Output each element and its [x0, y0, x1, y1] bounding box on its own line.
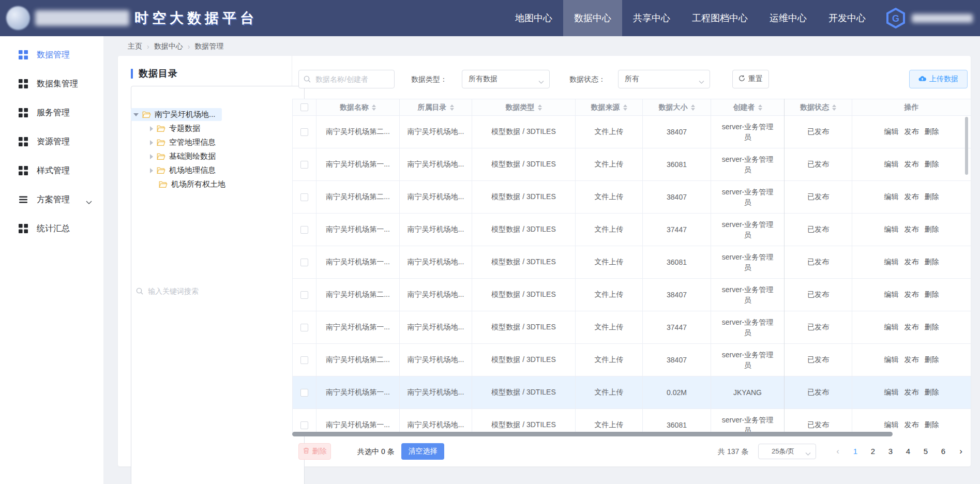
nav-item-data-center[interactable]: 数据中心	[563, 0, 622, 36]
action-publish[interactable]: 发布	[904, 225, 919, 234]
redacted-username[interactable]	[912, 14, 973, 23]
platform-logo-icon[interactable]: G	[886, 8, 906, 28]
tree-collapse-caret[interactable]	[150, 126, 153, 131]
tree-node[interactable]: 基础测绘数据	[128, 149, 287, 163]
tree-node[interactable]: 南宁吴圩机场地...	[128, 108, 287, 122]
action-delete[interactable]: 删除	[925, 388, 939, 397]
status-select[interactable]: 所有	[618, 70, 710, 88]
column-header-name[interactable]: 数据名称	[316, 99, 400, 116]
row-checkbox[interactable]	[300, 324, 308, 331]
sidebar-item-dataset-management[interactable]: 数据集管理	[0, 69, 103, 98]
action-edit[interactable]: 编辑	[884, 355, 899, 365]
row-checkbox[interactable]	[300, 291, 308, 299]
tree-node[interactable]: 机场地理信息	[128, 163, 287, 177]
action-delete[interactable]: 删除	[925, 420, 939, 430]
breadcrumb-item-0[interactable]: 主页	[128, 42, 142, 51]
page-size-select[interactable]: 25条/页	[758, 444, 816, 459]
vertical-scrollbar[interactable]	[965, 117, 968, 175]
horizontal-scrollbar[interactable]	[292, 432, 893, 436]
action-edit[interactable]: 编辑	[884, 323, 899, 332]
action-delete[interactable]: 删除	[925, 290, 939, 299]
column-header-source[interactable]: 数据来源	[576, 99, 643, 116]
action-edit[interactable]: 编辑	[884, 258, 899, 267]
action-publish[interactable]: 发布	[904, 290, 919, 299]
action-edit[interactable]: 编辑	[884, 290, 899, 299]
sort-icon[interactable]	[372, 104, 376, 111]
tree-node[interactable]: 空管地理信息	[128, 135, 287, 149]
action-delete[interactable]: 删除	[925, 258, 939, 267]
action-delete[interactable]: 删除	[925, 323, 939, 332]
sort-icon[interactable]	[691, 104, 695, 111]
sort-icon[interactable]	[623, 104, 627, 111]
table-row[interactable]: 南宁吴圩机场第一...南宁吴圩机场地...模型数据 / 3DTILES文件上传0…	[293, 376, 971, 409]
table-row[interactable]: 南宁吴圩机场第二...南宁吴圩机场地...模型数据 / 3DTILES文件上传3…	[293, 181, 971, 214]
action-edit[interactable]: 编辑	[884, 192, 899, 202]
action-delete[interactable]: 删除	[925, 192, 939, 202]
action-publish[interactable]: 发布	[904, 388, 919, 397]
action-edit[interactable]: 编辑	[884, 127, 899, 137]
action-delete[interactable]: 删除	[925, 355, 939, 365]
sidebar-item-data-management[interactable]: 数据管理	[0, 40, 103, 69]
table-row[interactable]: 南宁吴圩机场第二...南宁吴圩机场地...模型数据 / 3DTILES文件上传3…	[293, 116, 971, 148]
row-checkbox[interactable]	[300, 356, 308, 364]
row-checkbox[interactable]	[300, 389, 308, 397]
sort-icon[interactable]	[758, 104, 762, 111]
table-row[interactable]: 南宁吴圩机场第一...南宁吴圩机场地...模型数据 / 3DTILES文件上传3…	[293, 148, 971, 181]
upload-data-button[interactable]: 上传数据	[909, 70, 968, 88]
page-1[interactable]: 1	[849, 443, 862, 460]
breadcrumb-item-1[interactable]: 数据中心	[154, 42, 183, 51]
tree-collapse-caret[interactable]	[150, 154, 153, 159]
sort-icon[interactable]	[538, 104, 542, 111]
table-row[interactable]: 南宁吴圩机场第二...南宁吴圩机场地...模型数据 / 3DTILES文件上传3…	[293, 279, 971, 311]
row-checkbox[interactable]	[300, 421, 308, 429]
action-edit[interactable]: 编辑	[884, 225, 899, 234]
action-edit[interactable]: 编辑	[884, 160, 899, 169]
table-row[interactable]: 南宁吴圩机场第一...南宁吴圩机场地...模型数据 / 3DTILES文件上传3…	[293, 246, 971, 279]
action-publish[interactable]: 发布	[904, 192, 919, 202]
table-row[interactable]: 南宁吴圩机场第一...南宁吴圩机场地...模型数据 / 3DTILES文件上传3…	[293, 311, 971, 344]
sidebar-item-plan-management[interactable]: 方案管理	[0, 185, 103, 214]
nav-item-map-center[interactable]: 地图中心	[504, 0, 563, 36]
row-checkbox[interactable]	[300, 161, 308, 169]
sidebar-item-resource-management[interactable]: 资源管理	[0, 127, 103, 156]
action-edit[interactable]: 编辑	[884, 420, 899, 430]
action-publish[interactable]: 发布	[904, 323, 919, 332]
column-header-creator[interactable]: 创建者	[711, 99, 785, 116]
row-checkbox[interactable]	[300, 259, 308, 266]
delete-selected-button[interactable]: 删除	[298, 443, 331, 460]
sort-icon[interactable]	[832, 104, 836, 111]
sidebar-item-style-management[interactable]: 样式管理	[0, 156, 103, 185]
page-4[interactable]: 4	[901, 443, 915, 460]
table-search-input[interactable]	[298, 70, 395, 88]
nav-item-dev-center[interactable]: 开发中心	[818, 0, 877, 36]
column-header-size[interactable]: 数据大小	[643, 99, 711, 116]
sort-icon[interactable]	[450, 104, 454, 111]
sidebar-item-statistics-summary[interactable]: 统计汇总	[0, 214, 103, 243]
column-header-catalog[interactable]: 所属目录	[400, 99, 472, 116]
table-row[interactable]: 南宁吴圩机场第一...南宁吴圩机场地...模型数据 / 3DTILES文件上传3…	[293, 409, 971, 432]
nav-item-share-center[interactable]: 共享中心	[622, 0, 681, 36]
select-all-checkbox[interactable]	[300, 103, 308, 111]
reset-button[interactable]: 重置	[732, 70, 769, 88]
page-3[interactable]: 3	[884, 443, 897, 460]
column-header-status[interactable]: 数据状态	[785, 99, 852, 116]
action-publish[interactable]: 发布	[904, 127, 919, 137]
next-page-button[interactable]: ›	[954, 443, 968, 460]
table-row[interactable]: 南宁吴圩机场第二...南宁吴圩机场地...模型数据 / 3DTILES文件上传3…	[293, 344, 971, 376]
row-checkbox[interactable]	[300, 226, 308, 234]
tree-collapse-caret[interactable]	[150, 140, 153, 145]
action-publish[interactable]: 发布	[904, 355, 919, 365]
action-delete[interactable]: 删除	[925, 160, 939, 169]
tree-expand-caret[interactable]	[133, 113, 139, 116]
column-header-type[interactable]: 数据类型	[472, 99, 576, 116]
row-checkbox[interactable]	[300, 128, 308, 136]
nav-item-ops-center[interactable]: 运维中心	[759, 0, 818, 36]
page-2[interactable]: 2	[866, 443, 880, 460]
row-checkbox[interactable]	[300, 193, 308, 201]
nav-item-project-archive-center[interactable]: 工程图档中心	[681, 0, 759, 36]
action-edit[interactable]: 编辑	[884, 388, 899, 397]
tree-collapse-caret[interactable]	[150, 168, 153, 173]
clear-selection-button[interactable]: 清空选择	[401, 443, 444, 460]
action-delete[interactable]: 删除	[925, 225, 939, 234]
page-5[interactable]: 5	[919, 443, 932, 460]
